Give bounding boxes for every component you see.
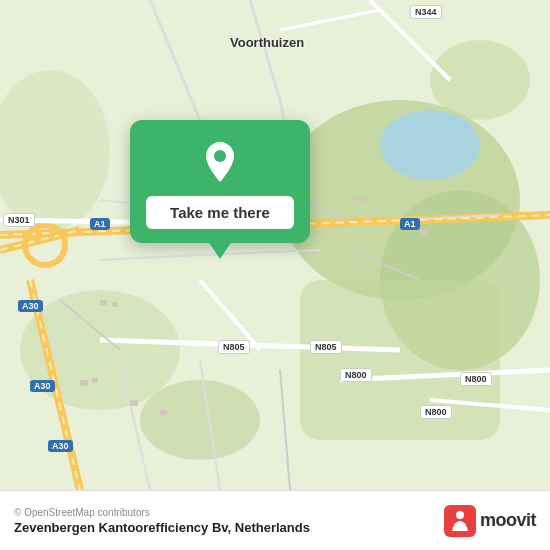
location-pin-icon — [196, 138, 244, 186]
moovit-logo: moovit — [444, 505, 536, 537]
bottom-bar: © OpenStreetMap contributors Zevenbergen… — [0, 490, 550, 550]
moovit-label: moovit — [480, 510, 536, 531]
road-label-n800-2: N800 — [460, 372, 492, 386]
road-label-a1-right: A1 — [400, 218, 420, 230]
svg-rect-42 — [420, 230, 428, 236]
road-label-a30-3: A30 — [48, 440, 73, 452]
svg-point-6 — [140, 380, 260, 460]
svg-point-49 — [214, 150, 226, 162]
svg-rect-45 — [80, 380, 88, 386]
road-label-n344: N344 — [410, 5, 442, 19]
svg-point-8 — [380, 110, 480, 180]
moovit-icon — [444, 505, 476, 537]
road-label-a30-2: A30 — [30, 380, 55, 392]
bottom-info: © OpenStreetMap contributors Zevenbergen… — [14, 507, 310, 535]
svg-rect-47 — [130, 400, 138, 406]
road-label-n800-1: N800 — [340, 368, 372, 382]
road-label-n301: N301 — [3, 213, 35, 227]
svg-rect-44 — [112, 302, 118, 307]
svg-rect-48 — [160, 410, 167, 415]
road-label-n805-2: N805 — [310, 340, 342, 354]
svg-point-51 — [456, 511, 464, 519]
attribution-text: © OpenStreetMap contributors — [14, 507, 310, 518]
take-me-there-button[interactable]: Take me there — [146, 196, 294, 229]
svg-rect-41 — [362, 197, 368, 202]
svg-rect-43 — [100, 300, 107, 305]
road-label-n800-3: N800 — [420, 405, 452, 419]
map: A1 A1 A30 A30 A30 N301 N344 N805 N805 N8… — [0, 0, 550, 490]
svg-rect-40 — [350, 195, 358, 201]
svg-point-7 — [430, 40, 530, 120]
town-label-voorthuizen: Voorthuizen — [230, 35, 304, 50]
svg-rect-3 — [300, 280, 500, 440]
road-label-a1: A1 — [90, 218, 110, 230]
road-label-a30-1: A30 — [18, 300, 43, 312]
svg-rect-46 — [92, 378, 98, 383]
road-label-n805-1: N805 — [218, 340, 250, 354]
popup-card: Take me there — [130, 120, 310, 243]
location-name: Zevenbergen Kantoorefficiency Bv, Nether… — [14, 520, 310, 535]
map-background — [0, 0, 550, 490]
